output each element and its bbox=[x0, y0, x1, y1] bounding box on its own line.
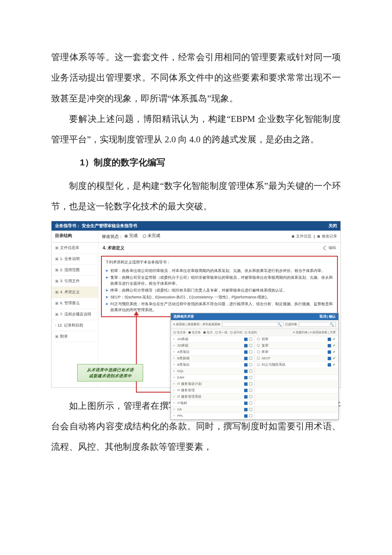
screenshot-embed: 业务指导书： 安全生产管理审核业务指导书 关闭 目录结构 修改状态： 完成 未完… bbox=[51, 221, 341, 388]
remove-icon[interactable] bbox=[328, 357, 331, 360]
add-icon[interactable] bbox=[244, 389, 248, 392]
dialog-list-item[interactable]: +IT项材 bbox=[171, 400, 254, 407]
toc-item[interactable]: ▣6. 管理要点 bbox=[52, 298, 98, 309]
add-icon[interactable] bbox=[244, 402, 248, 405]
dialog-list-item[interactable]: +IT 服务管理 bbox=[171, 387, 254, 394]
dialog-selected-item[interactable]: SECP✔ bbox=[255, 356, 338, 362]
add-icon[interactable] bbox=[244, 338, 248, 341]
section-heading-1: 1）制度的数字化编写 bbox=[51, 152, 341, 173]
bullet-arrow-icon: ➤ bbox=[105, 268, 109, 274]
add-icon[interactable] bbox=[244, 350, 248, 354]
dialog-filters-left[interactable]: 包含条 包含条 包含 仅一级 选中的 未选的 bbox=[173, 330, 259, 335]
dialog-list-item[interactable]: +DQL bbox=[171, 368, 254, 375]
paragraph-2: 要解决上述问题，博阳精讯认为，构建“EBPM 企业数字化智能制度管理平台”，实现… bbox=[51, 109, 341, 150]
toc-item[interactable]: ▣1. 业务说明 bbox=[52, 254, 98, 265]
terms-intro: 下列术语和定义适用于本业务指导书： bbox=[105, 259, 334, 267]
dialog-list-item[interactable]: +IT 服务管理系统 bbox=[171, 394, 254, 400]
term-text: 纠正与预防系统：对各单位在生产活动过程中发现的体系不符合问题，进行梳理录入、综合… bbox=[110, 301, 334, 313]
add-icon[interactable] bbox=[244, 414, 248, 418]
check-icon: ✔ bbox=[333, 344, 336, 347]
term-text: 终审：由网公司分管领导（或委托）组织有关部门负责人及专家，对被审核单位进行最终体… bbox=[110, 287, 287, 293]
dialog-right-list: 初审✔复审✔终审✔SECP✔纠正与预防系统✔ bbox=[254, 336, 338, 419]
check-icon: ✔ bbox=[333, 338, 336, 341]
toc-item[interactable]: ›12. 记录和归档 bbox=[52, 320, 98, 331]
toc-item[interactable]: ▣文件信息库 bbox=[52, 243, 98, 254]
dialog-list-item[interactable]: +OA bbox=[171, 407, 254, 413]
checkbox[interactable] bbox=[249, 344, 252, 347]
dialog-list-item[interactable]: +B类损程 bbox=[171, 356, 254, 362]
dialog-list-item[interactable]: +PPL bbox=[171, 413, 254, 419]
checkbox[interactable] bbox=[249, 402, 252, 405]
select-terms-dialog: 选择相关术语 取消 | 确认 ▾ 按层级 | 搜搜索词：术语最底层称 🔍 已选列… bbox=[170, 313, 339, 420]
dialog-selected-item[interactable]: 初审✔ bbox=[255, 336, 338, 343]
title-prefix: 业务指导书： bbox=[55, 223, 81, 228]
window-titlebar: 业务指导书： 安全生产管理审核业务指导书 关闭 bbox=[52, 221, 340, 231]
search-icon: 🔍 bbox=[330, 323, 334, 327]
callout-tip: 从术语库中选择已有术语 或新建术语到术语库中 bbox=[77, 364, 143, 382]
checkbox[interactable] bbox=[249, 357, 252, 360]
toc-item[interactable]: ▣7. 流程步骤及说明 bbox=[52, 309, 98, 320]
checkbox[interactable] bbox=[249, 395, 252, 398]
content-section-title: 4. 术语定义 bbox=[103, 245, 124, 251]
add-icon[interactable] bbox=[244, 408, 248, 411]
toc-item-selected[interactable]: ▣4. 术语定义 bbox=[52, 287, 98, 298]
toc-item[interactable]: ▣附录 bbox=[52, 331, 98, 342]
dialog-filters-right[interactable]: ▾ 搜索列表 | ▾ 按层级搜索 | 共享 bbox=[293, 330, 336, 335]
edit-button[interactable]: 编辑 bbox=[324, 245, 336, 251]
checkbox[interactable] bbox=[249, 414, 252, 417]
status-label: 修改状态： bbox=[102, 234, 123, 239]
add-icon[interactable] bbox=[244, 363, 248, 367]
checkbox[interactable] bbox=[249, 370, 252, 373]
dialog-left-list: +2G终端+3G终端+A类项目+B类损程+B类项目+DQL+EAM+IT 服务项… bbox=[171, 336, 254, 419]
dialog-right-tab[interactable]: 已选列表 bbox=[285, 322, 297, 327]
checkbox[interactable] bbox=[249, 350, 252, 353]
dialog-list-item[interactable]: +A类项目 bbox=[171, 349, 254, 356]
close-button[interactable]: 关闭 bbox=[329, 223, 337, 229]
add-icon[interactable] bbox=[244, 382, 248, 386]
dialog-list-item[interactable]: +IT 服务项设计划 bbox=[171, 381, 254, 387]
checkbox[interactable] bbox=[249, 389, 252, 392]
x-icon: ✖ bbox=[317, 234, 320, 239]
x-icon: ✖ bbox=[291, 234, 295, 239]
paragraph-1: 管理体系等等。这一套套文件，经常会引用相同的管理要素或针对同一项业务活动提出管理… bbox=[51, 47, 341, 109]
pencil-icon bbox=[323, 246, 328, 250]
remove-icon[interactable] bbox=[328, 363, 331, 367]
dialog-search-input[interactable]: 🔍 bbox=[222, 322, 283, 327]
term-text: 初审：由各单位或公司组织审核员，对本单位在审核周期内的体系策划、实施、依从和效果… bbox=[110, 268, 325, 274]
checkbox[interactable] bbox=[249, 408, 252, 411]
radio-undone[interactable]: 未完成 bbox=[143, 233, 160, 239]
term-text: SECP：S(scheme-策划)，E(execution-执行)，C(cons… bbox=[110, 294, 270, 300]
term-text: 复审：由网公司安全监管部（或委托分子公司）组织非被审核单位的审核员，对被审核单位… bbox=[110, 275, 334, 286]
file-info-button[interactable]: ✖文件信息 bbox=[291, 234, 311, 239]
checkbox[interactable] bbox=[249, 363, 252, 366]
change-log-button[interactable]: ✖修改记录 bbox=[317, 234, 337, 239]
add-icon[interactable] bbox=[244, 395, 248, 399]
dialog-list-item[interactable]: +3G终端 bbox=[171, 343, 254, 349]
toc-item[interactable]: ▣3. 引用文件 bbox=[52, 276, 98, 287]
dialog-buttons[interactable]: 取消 | 确认 bbox=[320, 315, 336, 319]
bullet-arrow-icon: ➤ bbox=[105, 294, 109, 300]
checkbox[interactable] bbox=[249, 338, 252, 341]
dialog-search-input-right[interactable]: 🔍 bbox=[299, 322, 336, 327]
remove-icon[interactable] bbox=[328, 344, 331, 347]
remove-icon[interactable] bbox=[328, 350, 331, 354]
dialog-tabs[interactable]: ▾ 按层级 | 搜搜索词：术语最底层称 bbox=[173, 322, 220, 327]
check-icon: ✔ bbox=[333, 350, 336, 354]
dialog-selected-item[interactable]: 纠正与预防系统✔ bbox=[255, 362, 338, 368]
title-main: 安全生产管理审核业务指导书 bbox=[82, 223, 137, 228]
toc-header: 目录结构 bbox=[52, 231, 98, 242]
checkbox[interactable] bbox=[249, 376, 252, 379]
dialog-selected-item[interactable]: 终审✔ bbox=[255, 349, 338, 356]
toc-item[interactable]: ▣2. 适用范围 bbox=[52, 265, 98, 276]
add-icon[interactable] bbox=[244, 370, 248, 373]
add-icon[interactable] bbox=[244, 344, 248, 347]
remove-icon[interactable] bbox=[328, 338, 331, 341]
radio-done[interactable]: 完成 bbox=[124, 233, 138, 239]
add-icon[interactable] bbox=[244, 376, 248, 379]
checkbox[interactable] bbox=[249, 382, 252, 385]
dialog-list-item[interactable]: +EAM bbox=[171, 375, 254, 381]
dialog-selected-item[interactable]: 复审✔ bbox=[255, 343, 338, 349]
dialog-list-item[interactable]: +2G终端 bbox=[171, 336, 254, 343]
dialog-list-item[interactable]: +B类项目 bbox=[171, 362, 254, 368]
add-icon[interactable] bbox=[244, 357, 248, 360]
